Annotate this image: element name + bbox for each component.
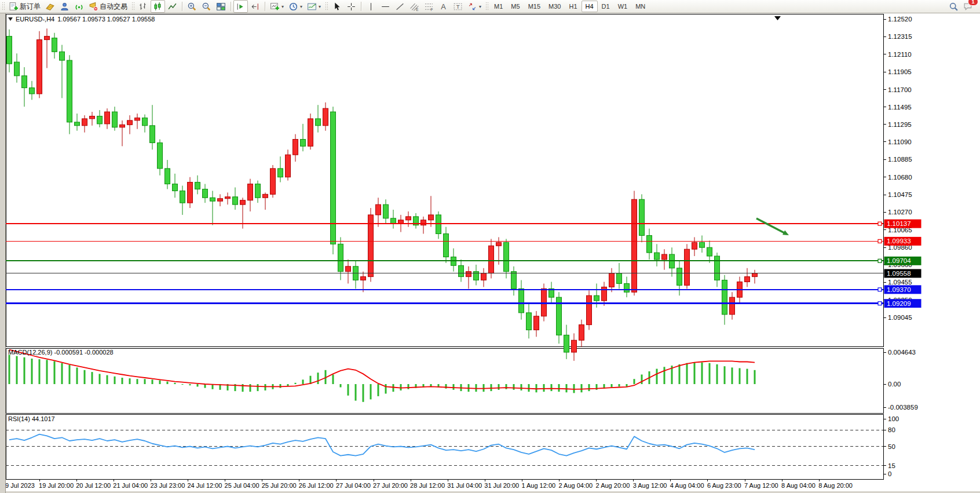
candle-body (135, 118, 140, 120)
toolbar-grip[interactable] (131, 2, 134, 11)
chart-shift-button[interactable] (248, 0, 262, 13)
candle-body (14, 62, 20, 76)
equidistant-channel-button[interactable]: E (407, 0, 422, 13)
market-watch-button[interactable] (43, 0, 57, 13)
new-order-label: 新订单 (20, 2, 41, 12)
timeframe-m15[interactable]: M15 (524, 1, 544, 12)
candle-body (752, 273, 758, 277)
indicators-button[interactable]: ▾ (268, 0, 286, 13)
svg-text:1.10137: 1.10137 (887, 220, 911, 227)
candle-body (647, 235, 652, 253)
macd-bar (453, 384, 455, 390)
auto-scroll-button[interactable] (233, 0, 248, 13)
fibonacci-button[interactable]: F (422, 0, 436, 13)
timeframe-mn[interactable]: MN (631, 1, 649, 12)
svg-text:100: 100 (888, 415, 899, 422)
candle-body (203, 189, 208, 198)
chat-button[interactable]: 1 (961, 0, 975, 13)
search-button[interactable] (946, 0, 961, 13)
macd-bar (76, 367, 78, 384)
candle-body (526, 313, 532, 330)
timeframe-m5[interactable]: M5 (507, 1, 524, 12)
candle-body (90, 116, 95, 118)
toolbar-grip[interactable] (325, 2, 328, 11)
line-handle[interactable] (878, 259, 882, 262)
svg-text:25 Jul 20:00: 25 Jul 20:00 (262, 482, 297, 489)
svg-text:2 Aug 20:00: 2 Aug 20:00 (596, 482, 630, 489)
macd-bar (287, 384, 289, 386)
candle-body (316, 119, 321, 126)
svg-text:0.00: 0.00 (888, 381, 901, 388)
macd-bar (701, 363, 703, 384)
timeframe-d1[interactable]: D1 (598, 1, 614, 12)
macd-bar (393, 384, 394, 392)
zoom-out-button[interactable] (199, 0, 214, 13)
candle-body (504, 242, 509, 271)
svg-text:26 Jul 12:00: 26 Jul 12:00 (299, 482, 334, 489)
metaeditor-button[interactable] (57, 0, 72, 13)
line-chart-button[interactable] (165, 0, 180, 13)
line-handle[interactable] (878, 239, 882, 243)
candle-body (218, 199, 223, 201)
candle-body (173, 184, 178, 191)
svg-text:20 Jul 12:00: 20 Jul 12:00 (76, 482, 111, 489)
candle-body (225, 197, 231, 199)
timeframe-m1[interactable]: M1 (490, 1, 507, 12)
periods-button[interactable]: ▾ (286, 0, 305, 13)
cursor-button[interactable] (330, 0, 344, 13)
svg-text:1.11905: 1.11905 (888, 68, 912, 75)
chart-canvas[interactable]: 1.125201.123151.121101.119051.117001.114… (0, 0, 980, 493)
svg-text:24 Jul 12:00: 24 Jul 12:00 (188, 482, 222, 489)
toolbar-grip[interactable] (2, 2, 5, 11)
bar-chart-button[interactable] (136, 0, 151, 13)
macd-bar (664, 367, 665, 384)
candle-body (474, 272, 479, 280)
zoom-out-icon (202, 2, 211, 12)
svg-text:1.11495: 1.11495 (888, 104, 912, 111)
macd-bar (61, 363, 63, 384)
line-handle[interactable] (878, 302, 882, 305)
trendline-button[interactable] (393, 0, 407, 13)
autotrading-icon (89, 2, 98, 12)
timeframe-w1[interactable]: W1 (614, 1, 632, 12)
macd-bar (302, 379, 304, 384)
candle-body (45, 36, 50, 40)
svg-text:2 Aug 04:00: 2 Aug 04:00 (559, 482, 593, 489)
templates-button[interactable]: ▾ (305, 0, 323, 13)
macd-bar (634, 379, 635, 384)
toolbar-grip[interactable] (485, 2, 488, 11)
new-order-button[interactable]: 新订单 (6, 0, 43, 13)
macd-bar (250, 384, 251, 392)
text-button[interactable]: A (436, 0, 451, 13)
crosshair-button[interactable] (344, 0, 359, 13)
macd-bar (732, 367, 733, 384)
chart-collapse-icon[interactable] (8, 17, 13, 21)
zoom-in-button[interactable] (185, 0, 199, 13)
candle-body (30, 88, 35, 94)
line-handle[interactable] (878, 222, 882, 225)
timeframe-h4[interactable]: H4 (582, 1, 598, 12)
tile-windows-button[interactable] (214, 0, 228, 13)
candle-body (391, 218, 396, 224)
candle-body (587, 295, 592, 324)
vertical-line-button[interactable] (364, 0, 378, 13)
signals-button[interactable] (72, 0, 86, 13)
candlestick-chart-button[interactable] (151, 0, 165, 13)
macd-bar (581, 384, 583, 392)
trendline-icon (395, 2, 405, 12)
metaeditor-icon (60, 2, 70, 12)
horizontal-line-button[interactable] (378, 0, 393, 13)
autotrading-button[interactable]: 自动交易 (86, 0, 130, 13)
line-handle[interactable] (878, 288, 882, 291)
candle-body (376, 204, 381, 215)
chart-shift-icon (250, 2, 260, 12)
timeframe-h1[interactable]: H1 (565, 1, 581, 12)
candle-body (233, 197, 238, 204)
svg-text:23 Jul 23:00: 23 Jul 23:00 (150, 482, 185, 489)
timeframe-m30[interactable]: M30 (544, 1, 565, 12)
text-label-button[interactable]: T (451, 0, 465, 13)
macd-bar (137, 379, 138, 384)
arrows-button[interactable]: ▾ (465, 0, 484, 13)
macd-bar (107, 375, 108, 384)
macd-bar (656, 369, 658, 384)
